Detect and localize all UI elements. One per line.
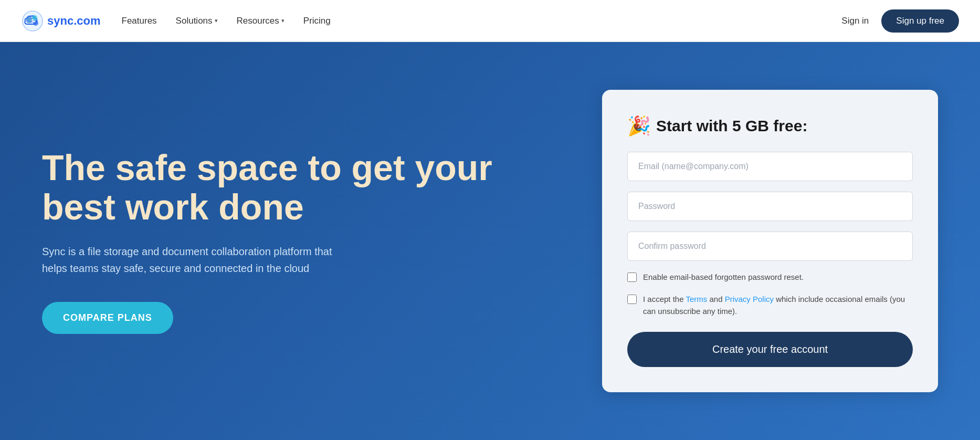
create-account-button[interactable]: Create your free account bbox=[627, 332, 913, 367]
card-title-text: Start with 5 GB free: bbox=[656, 117, 807, 135]
logo[interactable]: sync.com bbox=[21, 9, 101, 33]
privacy-policy-link[interactable]: Privacy Policy bbox=[725, 295, 774, 303]
signup-card: 🎉 Start with 5 GB free: Enable email-bas… bbox=[602, 90, 938, 393]
terms-checkbox[interactable] bbox=[627, 295, 637, 304]
solutions-chevron-icon: ▾ bbox=[215, 17, 218, 24]
navbar: sync.com Features Solutions ▾ Resources … bbox=[0, 0, 980, 42]
password-reset-checkbox[interactable] bbox=[627, 273, 637, 282]
nav-resources[interactable]: Resources ▾ bbox=[237, 16, 284, 26]
password-reset-label: Enable email-based forgotten password re… bbox=[643, 271, 804, 284]
hero-section: The safe space to get your best work don… bbox=[0, 42, 980, 440]
hero-subtext: Sync is a file storage and document coll… bbox=[42, 243, 346, 277]
compare-plans-button[interactable]: COMPARE PLANS bbox=[42, 302, 173, 334]
logo-text-light: .com bbox=[73, 14, 100, 27]
password-reset-checkbox-row: Enable email-based forgotten password re… bbox=[627, 271, 913, 284]
sync-logo-icon bbox=[21, 9, 44, 33]
hero-left: The safe space to get your best work don… bbox=[42, 74, 571, 408]
logo-text-bold: sync bbox=[47, 14, 73, 27]
signup-button[interactable]: Sign up free bbox=[881, 9, 959, 33]
terms-checkbox-row: I accept the Terms and Privacy Policy wh… bbox=[627, 294, 913, 317]
confirm-password-input[interactable] bbox=[627, 232, 913, 261]
nav-links: Features Solutions ▾ Resources ▾ Pricing bbox=[122, 16, 842, 26]
nav-features[interactable]: Features bbox=[122, 16, 157, 26]
nav-solutions[interactable]: Solutions ▾ bbox=[176, 16, 218, 26]
party-icon: 🎉 bbox=[627, 115, 651, 137]
terms-link[interactable]: Terms bbox=[686, 295, 707, 303]
terms-label-text: I accept the Terms and Privacy Policy wh… bbox=[643, 294, 913, 317]
email-input[interactable] bbox=[627, 152, 913, 181]
sign-in-link[interactable]: Sign in bbox=[841, 16, 869, 26]
password-input[interactable] bbox=[627, 192, 913, 221]
nav-right: Sign in Sign up free bbox=[841, 9, 959, 33]
card-title: 🎉 Start with 5 GB free: bbox=[627, 115, 913, 137]
hero-headline: The safe space to get your best work don… bbox=[42, 148, 560, 227]
resources-chevron-icon: ▾ bbox=[281, 17, 284, 24]
nav-pricing[interactable]: Pricing bbox=[303, 16, 331, 26]
